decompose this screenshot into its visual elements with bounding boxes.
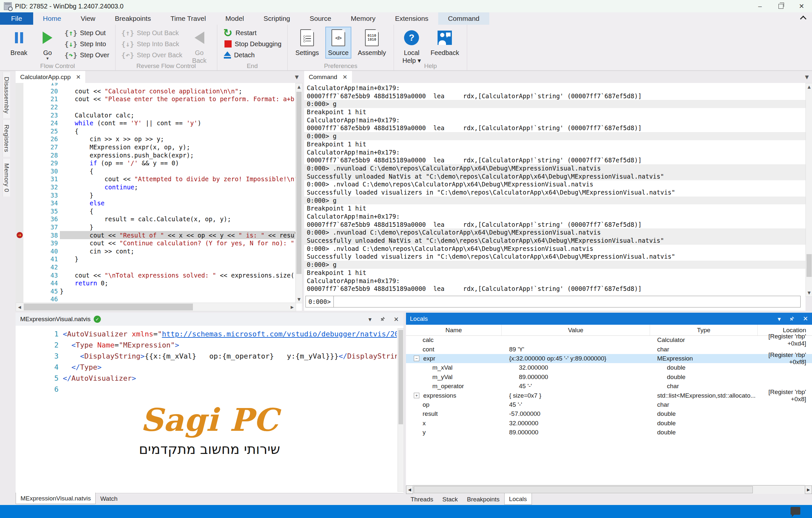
natvis-schema-link[interactable]: http://schemas.microsoft.com/vstudio/deb… bbox=[162, 330, 397, 338]
source-horizontal-scrollbar[interactable]: ◀ ▶ bbox=[16, 303, 296, 311]
breakpoint-margin[interactable] bbox=[16, 295, 23, 303]
go-button[interactable]: Go ▾ bbox=[35, 27, 60, 62]
pane-menu-icon[interactable]: ▼ bbox=[295, 74, 302, 80]
close-icon[interactable]: ✕ bbox=[76, 74, 81, 81]
ribbon-tab-scripting[interactable]: Scripting bbox=[254, 12, 300, 25]
breakpoint-margin[interactable] bbox=[16, 151, 23, 159]
locals-row-calc[interactable]: calcCalculator[Register 'rbp' +0xd4] bbox=[406, 336, 812, 345]
scroll-left-icon[interactable]: ◀ bbox=[406, 486, 413, 494]
breakpoint-margin[interactable] bbox=[16, 239, 23, 247]
docked-tab-memory-0[interactable]: Memory 0 bbox=[3, 159, 10, 197]
breakpoint-margin[interactable] bbox=[16, 119, 23, 127]
tab-calculatorapp-cpp[interactable]: CalculatorApp.cpp ✕ bbox=[16, 71, 85, 83]
breakpoint-current-line-icon[interactable]: ➔ bbox=[17, 232, 23, 238]
source-vertical-scrollbar[interactable]: ▲ ▼ bbox=[295, 83, 302, 303]
pin-icon[interactable] bbox=[788, 315, 796, 322]
settings-button[interactable]: Settings bbox=[293, 27, 321, 59]
restore-button[interactable] bbox=[771, 0, 791, 12]
watch-tab-breakpoints[interactable]: Breakpoints bbox=[462, 494, 504, 505]
ribbon-tab-time-travel[interactable]: Time Travel bbox=[161, 12, 216, 25]
locals-row-x[interactable]: x32.000000double bbox=[406, 419, 812, 428]
breakpoint-margin[interactable] bbox=[16, 95, 23, 103]
breakpoint-margin[interactable] bbox=[16, 223, 23, 231]
locals-row-y[interactable]: y89.000000double bbox=[406, 428, 812, 437]
natvis-vertical-scrollbar[interactable] bbox=[398, 328, 404, 492]
breakpoint-margin[interactable] bbox=[16, 263, 23, 271]
close-icon[interactable]: ✕ bbox=[803, 315, 808, 322]
breakpoint-margin[interactable] bbox=[16, 143, 23, 151]
watch-tab-threads[interactable]: Threads bbox=[406, 494, 438, 505]
chevron-down-icon[interactable]: ▾ bbox=[778, 315, 781, 322]
ribbon-tab-home[interactable]: Home bbox=[33, 12, 71, 25]
source-mode-button[interactable]: </> Source bbox=[325, 27, 351, 59]
docked-tab-registers[interactable]: Registers bbox=[3, 120, 10, 157]
pane-menu-icon[interactable]: ▼ bbox=[805, 74, 812, 80]
restart-button[interactable]: ↺ Restart bbox=[221, 27, 284, 38]
breakpoint-margin[interactable] bbox=[16, 255, 23, 263]
step-into-button[interactable]: {↓} Step Into bbox=[62, 38, 112, 50]
chevron-down-icon[interactable]: ▾ bbox=[369, 316, 372, 323]
stop-debugging-button[interactable]: Stop Debugging bbox=[221, 38, 284, 50]
expander-plus-icon[interactable]: + bbox=[414, 393, 419, 398]
scroll-left-icon[interactable]: ◀ bbox=[16, 305, 23, 310]
ribbon-tab-extensions[interactable]: Extensions bbox=[385, 12, 438, 25]
locals-row-expressions[interactable]: +expressions{ size=0x7 }std::list<MExpre… bbox=[406, 391, 812, 400]
command-input[interactable] bbox=[334, 296, 800, 307]
command-vertical-scrollbar[interactable]: ▲ ▼ bbox=[806, 83, 812, 297]
breakpoint-margin[interactable] bbox=[16, 175, 23, 183]
breakpoint-margin[interactable] bbox=[16, 287, 23, 295]
step-over-button[interactable]: {↷} Step Over bbox=[62, 50, 112, 60]
ribbon-tab-model[interactable]: Model bbox=[216, 12, 254, 25]
breakpoint-margin[interactable] bbox=[16, 215, 23, 223]
breakpoint-margin[interactable] bbox=[16, 159, 23, 167]
ribbon-tab-command[interactable]: Command bbox=[438, 12, 489, 25]
column-header-type[interactable]: Type bbox=[650, 325, 758, 336]
watch-tab-locals[interactable]: Locals bbox=[504, 493, 532, 505]
breakpoint-margin[interactable] bbox=[16, 247, 23, 255]
ribbon-tab-memory[interactable]: Memory bbox=[341, 12, 385, 25]
close-icon[interactable]: ✕ bbox=[343, 74, 347, 81]
assembly-mode-button[interactable]: 01101010 Assembly bbox=[355, 27, 389, 59]
ribbon-collapse-button[interactable] bbox=[801, 16, 807, 20]
detach-button[interactable]: Detach bbox=[221, 50, 284, 60]
ribbon-tab-breakpoints[interactable]: Breakpoints bbox=[105, 12, 161, 25]
scroll-right-icon[interactable]: ▶ bbox=[805, 486, 812, 494]
docked-tab-disassembly[interactable]: Disassembly bbox=[3, 72, 10, 118]
locals-row-expr[interactable]: −expr{x:32.000000 op:45 '-' y:89.000000}… bbox=[406, 354, 812, 363]
locals-row-m-xval[interactable]: m_xVal32.000000double bbox=[406, 363, 812, 372]
breakpoint-margin[interactable] bbox=[16, 207, 23, 215]
scroll-up-icon[interactable]: ▲ bbox=[296, 85, 302, 89]
watch-tab-stack[interactable]: Stack bbox=[438, 494, 463, 505]
scroll-right-icon[interactable]: ▶ bbox=[289, 305, 296, 310]
scroll-down-icon[interactable]: ▼ bbox=[296, 297, 302, 301]
breakpoint-margin[interactable] bbox=[16, 87, 23, 95]
local-help-button[interactable]: ? LocalHelp ▾ bbox=[399, 27, 424, 66]
close-icon[interactable]: ✕ bbox=[394, 316, 399, 323]
ribbon-tab-view[interactable]: View bbox=[71, 12, 105, 25]
locals-row-result[interactable]: result-57.000000double bbox=[406, 409, 812, 419]
document-tab-mexpressionvisual-natvis[interactable]: MExpressionVisual.natvis bbox=[16, 493, 96, 504]
breakpoint-margin[interactable] bbox=[16, 127, 23, 135]
locals-row-op[interactable]: op45 '-'char bbox=[406, 400, 812, 409]
breakpoint-margin[interactable] bbox=[16, 271, 23, 279]
breakpoint-margin[interactable] bbox=[16, 183, 23, 191]
breakpoint-margin[interactable] bbox=[16, 111, 23, 119]
step-out-button[interactable]: {↑} Step Out bbox=[62, 27, 112, 38]
breakpoint-margin[interactable] bbox=[16, 199, 23, 207]
expander-minus-icon[interactable]: − bbox=[414, 356, 419, 361]
breakpoint-margin[interactable] bbox=[16, 103, 23, 111]
column-header-name[interactable]: Name bbox=[406, 325, 502, 336]
breakpoint-margin[interactable] bbox=[16, 83, 23, 87]
minimize-button[interactable]: – bbox=[750, 0, 771, 12]
pin-icon[interactable] bbox=[379, 316, 386, 323]
feedback-bubble-icon[interactable] bbox=[790, 507, 800, 515]
ribbon-tab-source[interactable]: Source bbox=[300, 12, 341, 25]
scroll-down-icon[interactable]: ▼ bbox=[806, 291, 812, 295]
locals-row-m-yval[interactable]: m_yVal89.000000double bbox=[406, 373, 812, 382]
breakpoint-margin[interactable] bbox=[16, 191, 23, 199]
column-header-value[interactable]: Value bbox=[502, 325, 650, 336]
close-button[interactable]: ✕ bbox=[791, 0, 812, 12]
breakpoint-margin[interactable] bbox=[16, 279, 23, 287]
document-tab-watch[interactable]: Watch bbox=[96, 493, 122, 504]
ribbon-tab-file[interactable]: File bbox=[0, 12, 33, 25]
